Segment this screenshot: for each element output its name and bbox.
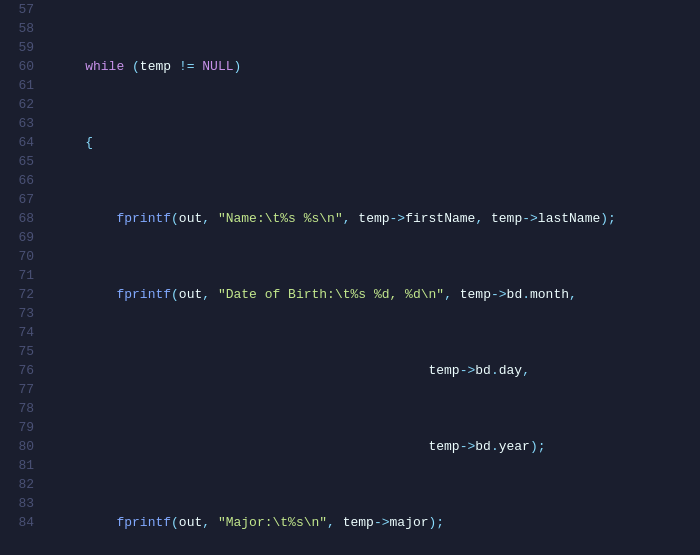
ln-58: 58 [8,19,34,38]
ln-78: 78 [8,399,34,418]
ln-76: 76 [8,361,34,380]
code-lines: while (temp != NULL) { fprintf(out, "Nam… [46,0,700,555]
ln-77: 77 [8,380,34,399]
ln-82: 82 [8,475,34,494]
ln-67: 67 [8,190,34,209]
ln-75: 75 [8,342,34,361]
code-line-58: { [54,133,692,152]
code-line-61: temp->bd.day, [54,361,692,380]
ln-74: 74 [8,323,34,342]
ln-57: 57 [8,0,34,19]
ln-62: 62 [8,95,34,114]
ln-84: 84 [8,513,34,532]
ln-83: 83 [8,494,34,513]
ln-66: 66 [8,171,34,190]
ln-71: 71 [8,266,34,285]
code-line-63: fprintf(out, "Major:\t%s\n", temp->major… [54,513,692,532]
ln-60: 60 [8,57,34,76]
code-line-62: temp->bd.year); [54,437,692,456]
code-line-57: while (temp != NULL) [54,57,692,76]
ln-73: 73 [8,304,34,323]
ln-61: 61 [8,76,34,95]
ln-59: 59 [8,38,34,57]
line-numbers: 57 58 59 60 61 62 63 64 65 66 67 68 69 7… [0,0,46,555]
code-line-60: fprintf(out, "Date of Birth:\t%s %d, %d\… [54,285,692,304]
ln-81: 81 [8,456,34,475]
ln-80: 80 [8,437,34,456]
ln-64: 64 [8,133,34,152]
ln-68: 68 [8,209,34,228]
ln-70: 70 [8,247,34,266]
ln-69: 69 [8,228,34,247]
ln-65: 65 [8,152,34,171]
ln-63: 63 [8,114,34,133]
code-editor: 57 58 59 60 61 62 63 64 65 66 67 68 69 7… [0,0,700,555]
ln-79: 79 [8,418,34,437]
code-line-59: fprintf(out, "Name:\t%s %s\n", temp->fir… [54,209,692,228]
ln-72: 72 [8,285,34,304]
